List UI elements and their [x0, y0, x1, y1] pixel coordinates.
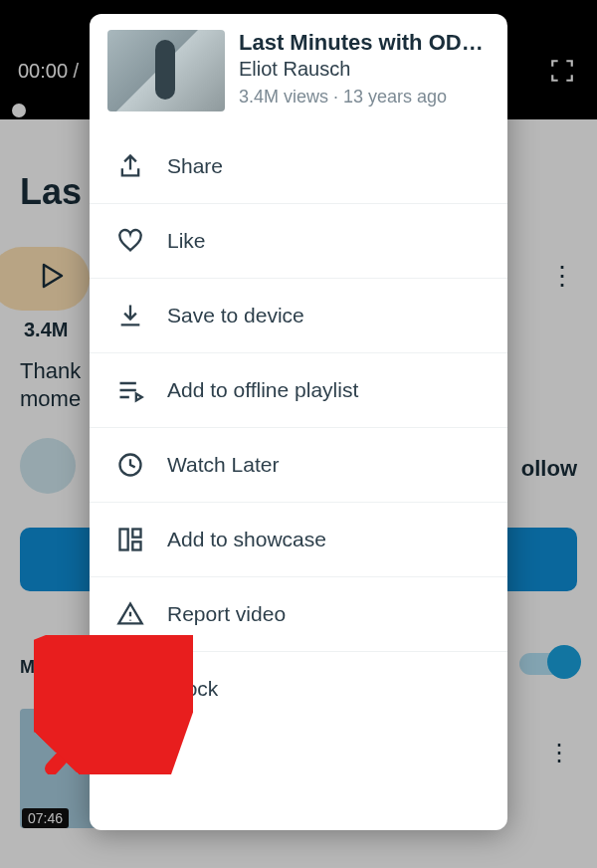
- playlist-icon: [115, 375, 145, 405]
- sheet-video-views: 3.4M views: [239, 87, 328, 107]
- sheet-video-title: Last Minutes with OD…: [239, 30, 490, 56]
- svg-rect-3: [132, 542, 140, 549]
- download-icon: [115, 301, 145, 330]
- menu-item-label: Share: [167, 154, 223, 178]
- menu-item-report[interactable]: Report video: [90, 576, 507, 651]
- sheet-video-age: 13 years ago: [343, 87, 447, 107]
- clock-icon: [115, 450, 145, 480]
- menu-item-block[interactable]: Block: [90, 651, 507, 726]
- svg-rect-1: [120, 530, 128, 550]
- menu-item-showcase[interactable]: Add to showcase: [90, 502, 507, 576]
- block-icon: [115, 674, 145, 704]
- menu-item-label: Save to device: [167, 304, 304, 327]
- menu-item-offline-playlist[interactable]: Add to offline playlist: [90, 352, 507, 427]
- menu-item-label: Report video: [167, 602, 286, 626]
- options-sheet: Last Minutes with OD… Eliot Rausch 3.4M …: [90, 14, 507, 830]
- menu-item-label: Like: [167, 229, 206, 253]
- menu-item-label: Add to showcase: [167, 528, 326, 551]
- menu-item-label: Add to offline playlist: [167, 378, 358, 402]
- warning-icon: [115, 599, 145, 629]
- meta-separator: ·: [333, 87, 343, 107]
- sheet-header: Last Minutes with OD… Eliot Rausch 3.4M …: [90, 14, 507, 129]
- sheet-video-meta: 3.4M views · 13 years ago: [239, 87, 490, 108]
- svg-rect-2: [132, 530, 140, 538]
- menu-item-save[interactable]: Save to device: [90, 278, 507, 352]
- options-menu: Share Like Save to device Add to offline…: [90, 129, 507, 726]
- menu-item-label: Block: [167, 677, 218, 701]
- sheet-header-text: Last Minutes with OD… Eliot Rausch 3.4M …: [239, 30, 490, 111]
- menu-item-like[interactable]: Like: [90, 203, 507, 278]
- menu-item-share[interactable]: Share: [90, 129, 507, 203]
- heart-icon: [115, 226, 145, 256]
- video-thumbnail: [107, 30, 225, 111]
- menu-item-watch-later[interactable]: Watch Later: [90, 427, 507, 502]
- sheet-video-author: Eliot Rausch: [239, 58, 490, 81]
- share-icon: [115, 151, 145, 181]
- showcase-icon: [115, 525, 145, 554]
- menu-item-label: Watch Later: [167, 453, 279, 477]
